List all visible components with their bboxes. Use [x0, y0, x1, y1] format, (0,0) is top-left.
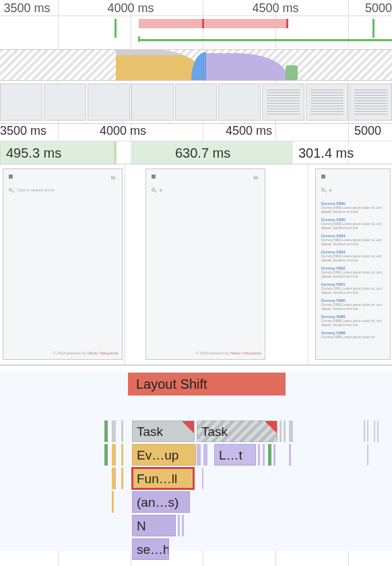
flame-sliver[interactable] [112, 420, 116, 442]
timing-label: 301.4 ms [298, 146, 354, 160]
search-icon [152, 188, 155, 191]
filmstrip-frame[interactable] [0, 84, 42, 121]
list-item: Dummy 5994Dummy 5994 Lorem ipsum dolor s… [321, 234, 387, 246]
snapshot-card[interactable]: λr. Type in search terms © 2015-present … [3, 168, 123, 360]
tick-label: 3500 ms [3, 1, 50, 15]
flame-bar-selected[interactable]: Fun…ll [132, 468, 194, 489]
filmstrip-frame[interactable] [88, 84, 130, 121]
footer-text: © 2015-present by Naoto Yokoyama [196, 351, 261, 355]
app-logo: λr. [111, 175, 117, 181]
tick-label: 4500 ms [252, 1, 298, 15]
flame-sliver[interactable] [258, 444, 260, 466]
timing-divider [115, 142, 117, 164]
flame-sliver[interactable] [268, 444, 271, 466]
long-task-marker [202, 19, 204, 28]
cpu-segment-purple [206, 53, 287, 80]
list-item: Dummy 5989Dummy 5989 Lorem ipsum dolor s… [321, 315, 387, 327]
flame-sliver[interactable] [280, 420, 282, 442]
timings-track[interactable]: 495.3 ms 630.7 ms 301.4 ms [0, 142, 392, 164]
timing-block[interactable]: 301.4 ms [293, 142, 381, 164]
list-item: Dummy 5995Dummy 5996 Lorem ipsum dolor s… [321, 218, 387, 230]
flame-sliver[interactable] [289, 444, 291, 466]
timing-label: 630.7 ms [138, 146, 230, 160]
search-icon [321, 188, 325, 191]
home-icon [9, 175, 13, 179]
filmstrip-frame[interactable] [131, 84, 174, 121]
list-item: Dummy 5988Dummy 5988 Lorem ipsum dolor s… [321, 331, 387, 339]
flame-sliver[interactable] [202, 468, 203, 489]
flame-sliver[interactable] [182, 515, 184, 536]
flame-sliver[interactable] [364, 420, 365, 442]
home-icon [152, 175, 156, 179]
flame-bar[interactable]: se…h [132, 538, 169, 560]
flame-sliver[interactable] [112, 468, 116, 489]
footer-text: © 2015-present by Naoto Yokoyama [53, 351, 119, 355]
frame-tick [138, 36, 140, 42]
flame-bar-task[interactable]: Task [197, 420, 277, 442]
cpu-chart[interactable] [0, 50, 392, 81]
screenshot-track[interactable]: λr. Type in search terms © 2015-present … [0, 164, 392, 365]
flame-sliver[interactable] [284, 420, 286, 442]
flame-sliver[interactable] [112, 444, 116, 466]
tick-label: 4500 ms [226, 124, 272, 138]
timeline-ruler-top[interactable]: 3500 ms 4000 ms 4500 ms 5000 [0, 0, 392, 16]
timing-label: 495.3 ms [6, 146, 61, 160]
frame-bar [138, 39, 392, 41]
home-icon [321, 175, 325, 179]
filmstrip-frame[interactable] [218, 84, 261, 121]
list-item: Dummy 5992Dummy 5992 Lorem ipsum dolor s… [321, 266, 387, 278]
flame-sliver[interactable] [367, 444, 368, 466]
flame-sliver[interactable] [374, 420, 375, 442]
flame-bar[interactable]: (an…s) [132, 491, 190, 513]
cpu-segment-blue [191, 52, 206, 80]
snapshot-card[interactable]: λr. a © 2015-present by Naoto Yokoyama [145, 168, 265, 360]
filmstrip-frame[interactable] [350, 84, 392, 121]
tick-label: 5000 [354, 124, 381, 138]
cpu-segment-yellow [116, 49, 203, 80]
flame-sliver[interactable] [104, 420, 108, 442]
tick-label: 4000 ms [107, 1, 154, 15]
flame-bar[interactable]: Ev…up [132, 444, 196, 466]
flame-sliver[interactable] [203, 444, 207, 466]
flame-sliver[interactable] [178, 515, 180, 536]
flame-sliver[interactable] [263, 444, 265, 466]
flame-bar[interactable]: L…t [214, 444, 256, 466]
snapshot-card[interactable]: a Dummy 5996Dummy 5996 Lorem ipsum dolor… [315, 168, 391, 360]
flame-sliver[interactable] [121, 444, 123, 466]
flame-chart[interactable]: Layout Shift Task Task Ev…up L…t [0, 365, 392, 551]
tick-label: 4000 ms [100, 124, 146, 138]
list-item: Dummy 5990Dummy 5990 Lorem ipsum dolor s… [321, 298, 387, 311]
tick-label: 3500 ms [0, 124, 46, 138]
list-item: Dummy 5996Dummy 5996 Lorem ipsum dolor s… [321, 201, 387, 214]
search-placeholder: Type in search terms [17, 188, 55, 192]
flame-sliver[interactable] [289, 420, 293, 442]
timing-block[interactable]: 630.7 ms [132, 142, 292, 164]
app-logo: λr. [254, 175, 259, 181]
timeline-ruler-mid[interactable]: 3500 ms 4000 ms 4500 ms 5000 [0, 124, 392, 142]
filmstrip[interactable] [0, 81, 392, 124]
flame-bar[interactable]: N [132, 515, 176, 536]
layout-shift-bar[interactable]: Layout Shift [128, 373, 286, 396]
tick-label: 5000 [365, 1, 392, 15]
frame-marker [372, 19, 374, 38]
flame-sliver[interactable] [112, 491, 114, 513]
overview-strip[interactable] [0, 16, 392, 50]
long-task-marker [286, 19, 288, 28]
list-item: Dummy 5991Dummy 5991 Lorem ipsum dolor s… [321, 282, 387, 294]
timing-block[interactable]: 495.3 ms [0, 142, 115, 164]
long-task-band [139, 19, 287, 28]
filmstrip-frame[interactable] [306, 84, 348, 121]
frame-marker [115, 19, 117, 38]
search-icon [9, 188, 12, 191]
flame-sliver[interactable] [377, 420, 379, 442]
filmstrip-frame[interactable] [44, 84, 86, 121]
flame-sliver[interactable] [367, 420, 368, 442]
flame-sliver[interactable] [121, 468, 123, 489]
filmstrip-frame[interactable] [175, 84, 218, 121]
flame-sliver[interactable] [197, 444, 201, 466]
flame-sliver[interactable] [121, 420, 123, 442]
filmstrip-frame[interactable] [262, 84, 304, 121]
flame-sliver[interactable] [273, 444, 275, 466]
flame-sliver[interactable] [104, 444, 108, 466]
flame-bar-task[interactable]: Task [132, 420, 195, 442]
